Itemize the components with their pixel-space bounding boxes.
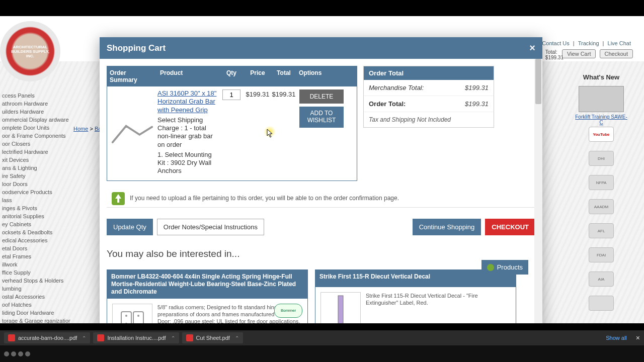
order-total-panel: Order Total Merchandise Total: $199.31 O… — [363, 66, 494, 128]
checkout-button[interactable]: CHECKOUT — [485, 219, 535, 235]
order-total-label: Order Total: — [369, 100, 406, 108]
rec2-image[interactable] — [320, 292, 361, 324]
svg-rect-0 — [121, 312, 131, 324]
upload-note: If you need to upload a file pertaining … — [107, 190, 535, 208]
windows-taskbar[interactable] — [0, 345, 644, 362]
svg-point-3 — [125, 323, 127, 324]
col-product: Product — [157, 66, 219, 86]
modal-title: Shopping Cart — [107, 43, 166, 53]
product-option-shipping: Select Shipping Charge : 1 - total non-l… — [157, 116, 217, 149]
rec2-desc: Strike First 115-R Diecut Vertical Decal… — [366, 292, 511, 307]
item-price: $199.31 — [244, 89, 271, 175]
chevron-up-icon[interactable]: ⌃ — [235, 335, 239, 341]
download-item-3[interactable]: Cut Sheet.pdf⌃ — [182, 332, 243, 343]
products-chip[interactable]: Products — [481, 260, 528, 275]
col-summary: Order Summary — [107, 66, 157, 86]
order-total-title: Order Total — [364, 66, 494, 80]
modal-scrollbar[interactable] — [534, 59, 542, 323]
rec1-brand-badge: Bommer — [274, 304, 302, 318]
svg-point-2 — [125, 315, 127, 317]
merch-total-value: $199.31 — [465, 84, 489, 92]
recommendation-card-1: Bommer LB4322-400-604 4x4in Single Actin… — [107, 269, 308, 324]
pdf-icon — [186, 334, 193, 341]
order-total-value: $199.31 — [465, 100, 489, 108]
item-total: $199.31 — [271, 89, 296, 175]
col-total: Total — [271, 66, 296, 86]
col-price: Price — [244, 66, 271, 86]
update-qty-button[interactable]: Update Qty — [107, 219, 153, 235]
upload-note-text: If you need to upload a file pertaining … — [130, 194, 399, 202]
close-icon[interactable]: × — [529, 42, 535, 54]
refresh-icon — [487, 264, 494, 271]
close-downloads-bar[interactable]: × — [636, 334, 640, 342]
svg-rect-1 — [133, 312, 143, 324]
merch-total-label: Merchandise Total: — [369, 84, 424, 92]
order-summary-table: Order Summary Product Qty Price Total Op… — [107, 66, 357, 181]
delete-button[interactable]: DELETE — [299, 89, 344, 104]
cart-row: ASI 3160P 30" x 18" Horizontal Grab Bar … — [107, 86, 357, 180]
chevron-up-icon[interactable]: ⌃ — [171, 335, 175, 341]
product-image[interactable] — [107, 89, 157, 175]
cart-actions: Update Qty Order Notes/Special Instructi… — [107, 219, 535, 235]
recommendation-card-2: Strike First 115-R Diecut Vertical Decal… — [315, 269, 516, 324]
interest-heading: You may also be interested in... — [107, 248, 535, 259]
show-all-downloads[interactable]: Show all — [606, 335, 627, 341]
order-notes-button[interactable]: Order Notes/Special Instructions — [157, 219, 264, 235]
product-option-mounting: 1. Select Mounting Kit : 3902 Dry Wall A… — [157, 151, 217, 175]
pdf-icon — [8, 334, 15, 341]
qty-input[interactable] — [222, 89, 240, 100]
pdf-icon — [97, 334, 104, 341]
download-item-1[interactable]: accurate-barn-doo....pdf⌃ — [4, 332, 90, 343]
col-qty: Qty — [219, 66, 244, 86]
shopping-cart-modal: Shopping Cart × Order Summary Product Qt… — [100, 37, 542, 323]
upload-arrow-icon — [112, 192, 125, 205]
svg-rect-7 — [338, 296, 343, 324]
rec1-title[interactable]: Bommer LB4322-400-604 4x4in Single Actin… — [107, 270, 307, 299]
download-item-2[interactable]: Installation Instruc....pdf⌃ — [93, 332, 179, 343]
product-link[interactable]: ASI 3160P 30" x 18" Horizontal Grab Bar … — [157, 89, 216, 114]
chevron-up-icon[interactable]: ⌃ — [82, 335, 86, 341]
svg-point-5 — [137, 315, 139, 317]
col-options: Options — [296, 66, 347, 86]
rec1-image[interactable] — [112, 304, 152, 324]
add-to-wishlist-button[interactable]: ADD TO WISHLIST — [299, 107, 344, 128]
downloads-bar: accurate-barn-doo....pdf⌃ Installation I… — [0, 330, 644, 345]
continue-shopping-button[interactable]: Continue Shopping — [413, 219, 481, 235]
tax-shipping-note: Tax and Shipping Not Included — [364, 112, 494, 127]
